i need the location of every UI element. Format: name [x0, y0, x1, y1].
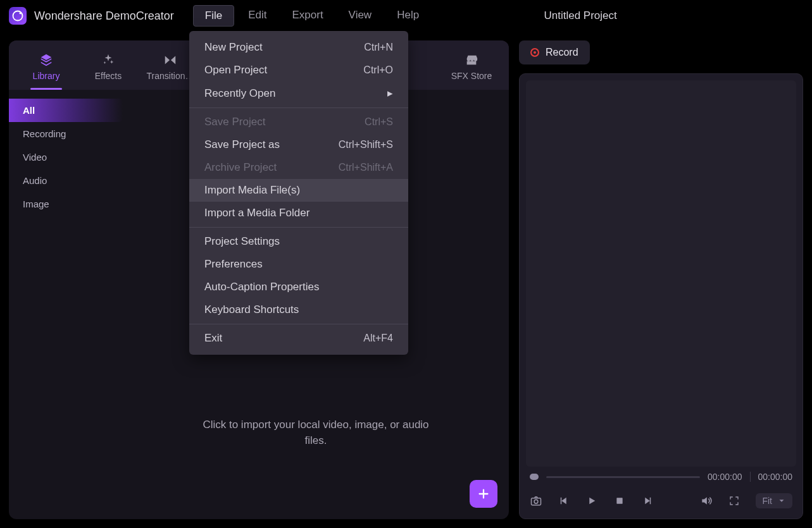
tab-label: Transition…	[147, 71, 194, 81]
store-icon	[465, 53, 478, 67]
menu-item-new-project[interactable]: New ProjectCtrl+N	[189, 36, 408, 59]
menu-export[interactable]: Export	[280, 5, 334, 27]
plus-icon	[477, 487, 490, 501]
menu-item-label: Project Settings	[204, 235, 393, 248]
svg-point-3	[534, 500, 538, 503]
snapshot-button[interactable]	[530, 494, 542, 507]
menu-item-label: Recently Open	[204, 87, 387, 100]
tab-label: Effects	[95, 71, 122, 81]
tab-label: SFX Store	[451, 71, 492, 81]
menu-shortcut: Ctrl+N	[364, 42, 393, 53]
step-back-icon	[558, 495, 570, 507]
menu-item-label: Import Media File(s)	[204, 184, 393, 197]
menu-item-preferences[interactable]: Preferences	[189, 253, 408, 276]
menu-view[interactable]: View	[337, 5, 384, 27]
svg-point-1	[20, 12, 22, 14]
chevron-down-icon	[777, 496, 786, 505]
library-sidebar: All Recording Video Audio Image	[9, 90, 123, 519]
record-icon	[530, 48, 539, 57]
menu-separator	[189, 324, 408, 324]
svg-rect-2	[532, 498, 541, 505]
step-forward-icon	[642, 495, 653, 507]
menu-item-label: Open Project	[204, 64, 363, 77]
fit-label: Fit	[762, 496, 772, 506]
time-current: 00:00:00	[708, 472, 742, 482]
menu-item-label: Exit	[204, 332, 363, 345]
volume-button[interactable]	[700, 494, 713, 507]
volume-icon	[700, 494, 713, 507]
menu-item-recently-open[interactable]: Recently Open▸	[189, 82, 408, 105]
time-total: 00:00:00	[758, 472, 793, 482]
library-icon	[39, 53, 53, 67]
sidebar-item-audio[interactable]: Audio	[9, 169, 123, 192]
app-title: Wondershare DemoCreator	[34, 9, 174, 23]
time-scrubber[interactable]: 00:00:00 00:00:00	[520, 467, 803, 487]
menu-item-import-media-file-s[interactable]: Import Media File(s)	[189, 179, 408, 202]
menu-shortcut: Ctrl+Shift+A	[339, 162, 393, 173]
play-icon	[586, 495, 597, 507]
menu-item-keyboard-shortcuts[interactable]: Keyboard Shortcuts	[189, 298, 408, 321]
add-media-button[interactable]	[470, 480, 497, 508]
menu-shortcut: Ctrl+S	[365, 116, 393, 128]
menu-item-label: Keyboard Shortcuts	[204, 304, 393, 316]
sidebar-item-image[interactable]: Image	[9, 192, 123, 216]
app-logo	[9, 7, 27, 25]
menu-help[interactable]: Help	[385, 5, 430, 27]
next-frame-button[interactable]	[641, 494, 654, 507]
title-bar: Wondershare DemoCreator File Edit Export…	[0, 0, 812, 32]
svg-rect-4	[616, 498, 622, 503]
menu-shortcut: Ctrl+Shift+S	[339, 139, 393, 150]
menu-item-project-settings[interactable]: Project Settings	[189, 230, 408, 253]
prev-frame-button[interactable]	[558, 494, 570, 507]
tab-effects[interactable]: Effects	[77, 47, 139, 90]
preview-panel: Record 00:00:00 00:00:00	[519, 40, 803, 519]
tab-sfx-store[interactable]: SFX Store	[440, 47, 503, 90]
fullscreen-button[interactable]	[728, 494, 740, 507]
time-divider	[750, 472, 751, 482]
menu-shortcut: Alt+F4	[363, 333, 393, 344]
menu-item-label: Archive Project	[204, 161, 339, 174]
menu-shortcut: Ctrl+O	[363, 64, 393, 76]
menu-item-archive-project: Archive ProjectCtrl+Shift+A	[189, 156, 408, 179]
menu-item-import-a-media-folder[interactable]: Import a Media Folder	[189, 202, 408, 224]
logo-icon	[11, 9, 24, 22]
project-title: Untitled Project	[544, 9, 617, 22]
menu-item-label: Import a Media Folder	[204, 207, 393, 219]
preview-window: 00:00:00 00:00:00	[519, 73, 803, 519]
chevron-right-icon: ▸	[387, 87, 393, 100]
menu-item-label: Save Project	[204, 116, 365, 128]
fullscreen-icon	[728, 495, 740, 507]
tab-label: Library	[33, 71, 60, 81]
stop-button[interactable]	[613, 494, 626, 507]
sidebar-item-recording[interactable]: Recording	[9, 122, 123, 145]
menu-file[interactable]: File	[193, 5, 234, 27]
sidebar-item-video[interactable]: Video	[9, 145, 123, 169]
record-button[interactable]: Record	[519, 40, 590, 64]
menu-item-save-project: Save ProjectCtrl+S	[189, 111, 408, 133]
play-button[interactable]	[585, 494, 598, 507]
tab-library[interactable]: Library	[15, 47, 77, 90]
menu-item-label: Save Project as	[204, 138, 339, 151]
menu-item-label: New Project	[204, 41, 364, 54]
menu-item-auto-caption-properties[interactable]: Auto-Caption Properties	[189, 276, 408, 298]
menu-separator	[189, 227, 408, 228]
record-label: Record	[546, 47, 578, 58]
zoom-fit-dropdown[interactable]: Fit	[756, 493, 792, 508]
scrub-thumb[interactable]	[530, 474, 539, 480]
menu-item-save-project-as[interactable]: Save Project asCtrl+Shift+S	[189, 133, 408, 156]
drop-hint: Click to import your local video, image,…	[202, 417, 430, 448]
menu-item-exit[interactable]: ExitAlt+F4	[189, 327, 408, 350]
sidebar-item-all[interactable]: All	[9, 99, 123, 122]
scrub-track[interactable]	[546, 476, 700, 478]
file-menu-dropdown: New ProjectCtrl+NOpen ProjectCtrl+ORecen…	[189, 31, 408, 355]
player-controls: Fit	[520, 487, 803, 519]
effects-icon	[101, 53, 115, 67]
camera-icon	[530, 494, 542, 507]
menu-edit[interactable]: Edit	[237, 5, 278, 27]
preview-canvas	[526, 80, 796, 467]
menu-item-open-project[interactable]: Open ProjectCtrl+O	[189, 59, 408, 82]
menu-bar: File Edit Export View Help	[193, 5, 430, 27]
stop-icon	[615, 496, 625, 506]
menu-separator	[189, 107, 408, 108]
menu-item-label: Preferences	[204, 258, 393, 271]
